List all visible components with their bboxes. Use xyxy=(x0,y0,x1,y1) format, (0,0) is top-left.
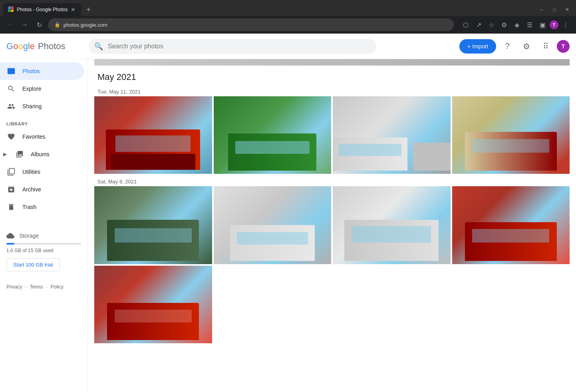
new-tab-button[interactable]: + xyxy=(83,4,94,15)
sidebar-item-archive[interactable]: Archive xyxy=(0,181,84,198)
storage-usage-text: 1.6 GB of 15 GB used xyxy=(6,248,81,253)
app-header: Google Photos 🔍 + Import ? ⚙ ⠿ T xyxy=(0,34,576,59)
maximize-button[interactable]: □ xyxy=(549,4,560,15)
sidebar-sharing-label: Sharing xyxy=(22,103,42,109)
address-bar-input[interactable]: 🔒 photos.google.com xyxy=(48,18,454,31)
share-icon[interactable]: ↗ xyxy=(473,19,484,30)
photo-cell[interactable] xyxy=(94,186,212,264)
user-avatar[interactable]: T xyxy=(557,40,570,53)
albums-expand-arrow[interactable]: ▶ xyxy=(0,147,8,162)
photo-cell[interactable] xyxy=(94,96,212,174)
close-window-button[interactable]: ✕ xyxy=(562,4,573,15)
tab-favicon xyxy=(8,6,14,13)
sidebar-explore-label: Explore xyxy=(22,86,41,92)
minimize-button[interactable]: – xyxy=(536,4,547,15)
extension-icon2[interactable]: ☰ xyxy=(524,19,535,30)
extension-icon1[interactable]: ◈ xyxy=(511,19,522,30)
header-actions: + Import ? ⚙ ⠿ T xyxy=(459,38,570,54)
extension-icon3[interactable]: ▣ xyxy=(537,19,548,30)
back-button[interactable]: ← xyxy=(5,19,16,30)
explore-icon xyxy=(6,85,16,93)
top-strip-image xyxy=(94,59,570,66)
library-section-label: LIBRARY xyxy=(0,115,87,128)
sidebar-item-albums[interactable]: Albums xyxy=(8,145,84,163)
albums-icon xyxy=(15,150,24,158)
storage-bar-background xyxy=(6,243,81,245)
sidebar-item-sharing[interactable]: Sharing xyxy=(0,98,84,115)
apps-icon[interactable]: ⠿ xyxy=(538,38,554,54)
settings-icon[interactable]: ⚙ xyxy=(499,19,510,30)
photo-grid-extra xyxy=(94,266,570,343)
policy-link[interactable]: Policy xyxy=(51,284,64,290)
content-area: Photos Explore Sharing LIBRARY Favorites… xyxy=(0,59,576,392)
search-input[interactable] xyxy=(89,39,376,54)
photo-grid-1 xyxy=(94,186,570,264)
browser-tab-bar: Photos - Google Photos ✕ + – □ ✕ xyxy=(0,0,576,16)
help-icon[interactable]: ? xyxy=(499,38,515,54)
forward-button[interactable]: → xyxy=(19,19,30,30)
bookmark-icon[interactable]: ☆ xyxy=(486,19,497,30)
active-tab[interactable]: Photos - Google Photos ✕ xyxy=(3,3,81,16)
sidebar-trash-label: Trash xyxy=(22,204,36,210)
albums-row: ▶ Albums xyxy=(0,145,87,163)
sidebar-item-utilities[interactable]: Utilities xyxy=(0,163,84,181)
sidebar-archive-label: Archive xyxy=(22,186,41,193)
browser-address-bar: ← → ↻ 🔒 photos.google.com ⬡ ↗ ☆ ⚙ ◈ ☰ ▣ … xyxy=(0,16,576,34)
terms-link[interactable]: Terms xyxy=(30,284,43,290)
window-controls: – □ ✕ xyxy=(536,4,573,15)
sidebar-item-trash[interactable]: Trash xyxy=(0,198,84,216)
privacy-link[interactable]: Privacy xyxy=(6,284,22,290)
photo-cell[interactable] xyxy=(333,96,451,174)
sidebar-photos-label: Photos xyxy=(22,68,40,74)
photos-main-content: May 2021 Tue, May 11, 2021 xyxy=(88,59,576,392)
tab-title: Photos - Google Photos xyxy=(17,7,68,12)
cloud-icon xyxy=(6,232,14,240)
photo-grid-0 xyxy=(94,96,570,174)
favorites-icon xyxy=(6,133,16,141)
browser-actions: ⬡ ↗ ☆ ⚙ ◈ ☰ ▣ T ⋮ xyxy=(460,19,571,30)
photo-cell[interactable] xyxy=(214,96,332,174)
date-label-1: Sat, May 8, 2021 xyxy=(94,175,570,186)
search-bar[interactable]: 🔍 xyxy=(89,39,376,54)
logo-area: Google Photos xyxy=(6,41,82,52)
tab-close-button[interactable]: ✕ xyxy=(70,6,76,13)
month-title: May 2021 xyxy=(94,66,570,86)
sharing-icon xyxy=(6,102,16,110)
browser-chrome: Photos - Google Photos ✕ + – □ ✕ ← → ↻ 🔒… xyxy=(0,0,576,34)
sidebar-item-photos[interactable]: Photos xyxy=(0,62,84,80)
photos-icon xyxy=(6,67,16,75)
settings-gear-icon[interactable]: ⚙ xyxy=(518,38,534,54)
photo-cell[interactable] xyxy=(452,96,570,174)
import-button[interactable]: + Import xyxy=(459,39,496,54)
storage-section: Storage 1.6 GB of 15 GB used Start 100 G… xyxy=(0,225,87,278)
storage-bar-fill xyxy=(6,243,14,245)
date-label-0: Tue, May 11, 2021 xyxy=(94,86,570,96)
storage-label: Storage xyxy=(19,233,39,239)
photo-cell[interactable] xyxy=(94,266,212,343)
photo-cell[interactable] xyxy=(333,186,451,264)
storage-icon-row: Storage xyxy=(6,232,81,240)
sidebar-item-explore[interactable]: Explore xyxy=(0,80,84,98)
google-g: G xyxy=(6,41,13,52)
sidebar: Photos Explore Sharing LIBRARY Favorites… xyxy=(0,59,88,392)
menu-icon[interactable]: ⋮ xyxy=(560,19,571,30)
sidebar-favorites-label: Favorites xyxy=(22,133,46,140)
browser-profile-avatar[interactable]: T xyxy=(550,20,558,29)
utilities-icon xyxy=(6,168,16,176)
sidebar-footer: Privacy · Terms · Policy xyxy=(0,278,87,296)
sidebar-utilities-label: Utilities xyxy=(22,169,40,175)
screenshot-icon[interactable]: ⬡ xyxy=(460,19,471,30)
photo-cell[interactable] xyxy=(214,186,332,264)
google-logo: Google xyxy=(6,41,35,52)
start-trial-button[interactable]: Start 100 GB trial xyxy=(6,258,60,271)
archive-icon xyxy=(6,185,16,193)
search-icon: 🔍 xyxy=(94,42,103,51)
sidebar-albums-label: Albums xyxy=(31,151,50,157)
photo-cell[interactable] xyxy=(452,186,570,264)
lock-icon: 🔒 xyxy=(54,22,60,28)
refresh-button[interactable]: ↻ xyxy=(34,19,45,30)
sidebar-item-favorites[interactable]: Favorites xyxy=(0,128,84,145)
photos-logo-text: Photos xyxy=(38,41,66,52)
url-display: photos.google.com xyxy=(64,22,107,28)
trash-icon xyxy=(6,203,16,211)
